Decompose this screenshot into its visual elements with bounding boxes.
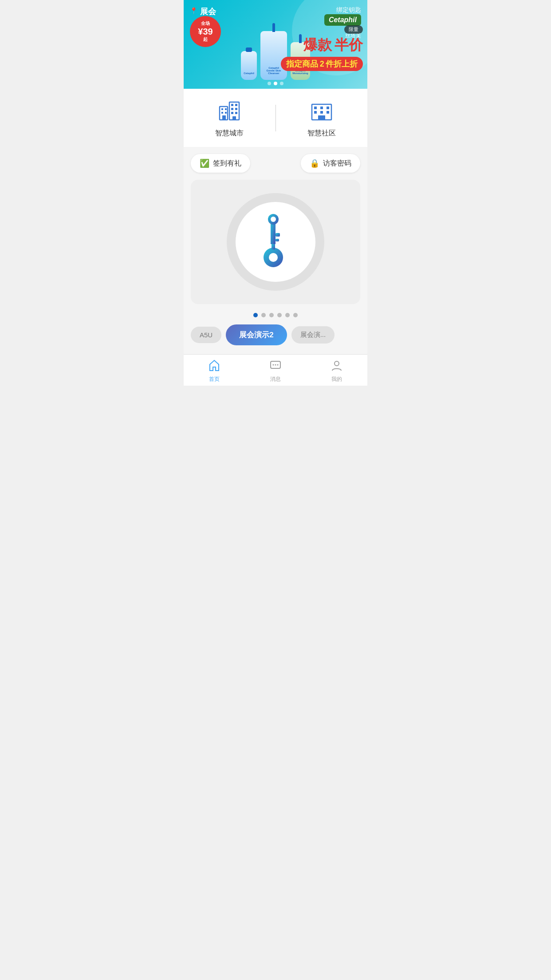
brand-logo: Cetaphil (324, 14, 361, 26)
smart-community-label: 智慧社区 (307, 129, 336, 138)
svg-point-33 (277, 364, 279, 366)
checkin-button[interactable]: ✅ 签到有礼 (191, 154, 250, 173)
dot-1 (268, 82, 271, 85)
bottle-small: Cetaphil (241, 51, 257, 80)
svg-rect-17 (327, 107, 329, 109)
tab-row: A5U 展会演示2 展会演... (191, 324, 360, 347)
svg-point-32 (275, 364, 276, 366)
promo-limited: 限量 (344, 25, 363, 34)
svg-rect-12 (235, 112, 237, 114)
smart-city-icon (216, 98, 243, 124)
tab-exhibition2[interactable]: 展会演示2 (226, 324, 287, 345)
nav-mine[interactable]: 我的 (306, 355, 367, 386)
svg-rect-5 (222, 115, 226, 120)
banner-dots (268, 82, 283, 85)
tab-a5u[interactable]: A5U (191, 327, 221, 343)
category-smart-community[interactable]: 智慧社区 (276, 98, 368, 138)
svg-rect-1 (221, 108, 223, 110)
bottom-nav: 首页 消息 我的 (184, 354, 367, 386)
smart-community-icon (308, 98, 335, 124)
svg-rect-4 (225, 112, 227, 114)
smart-city-label: 智慧城市 (215, 129, 244, 138)
bind-key-label[interactable]: 绑定钥匙 (336, 6, 361, 14)
mine-label: 我的 (331, 375, 342, 383)
carousel-dot-6 (293, 313, 298, 317)
dot-3 (280, 82, 283, 85)
svg-rect-16 (320, 107, 323, 109)
checkin-label: 签到有礼 (213, 159, 241, 168)
key-card[interactable] (191, 180, 360, 304)
home-icon (208, 359, 220, 375)
promo-sub: 指定商品 2 件折上折 (281, 57, 363, 71)
key-icon (256, 213, 295, 271)
carousel-dot-3 (269, 313, 274, 317)
checkin-icon: ✅ (200, 158, 209, 168)
key-circle-outer (227, 193, 324, 291)
svg-point-34 (335, 361, 339, 366)
promo-half-text: 半价 (335, 37, 363, 53)
promo-sub-num: 2 (320, 59, 324, 68)
action-row: ✅ 签到有礼 🔒 访客密码 (191, 154, 360, 173)
svg-rect-29 (272, 244, 275, 249)
promo-sub-suffix: 件折上折 (326, 59, 358, 68)
category-section: 智慧城市 智慧社区 (184, 89, 367, 147)
promo-title-text: 爆款 (303, 37, 332, 53)
tab-exhibition3[interactable]: 展会演... (291, 326, 335, 344)
category-smart-city[interactable]: 智慧城市 (184, 98, 276, 138)
exhibition-label: 展会 (200, 6, 216, 17)
svg-point-31 (273, 364, 274, 366)
svg-rect-20 (327, 111, 329, 114)
home-label: 首页 (209, 375, 220, 383)
svg-rect-21 (318, 115, 325, 120)
banner-promo: 限量 爆款 半价 指定商品 2 件折上折 (281, 25, 363, 71)
promo-title: 爆款 半价 (281, 36, 363, 55)
carousel-dot-5 (285, 313, 290, 317)
svg-rect-9 (231, 108, 233, 110)
banner: 📍 展会 全场 ¥39 起 绑定钥匙 Cetaphil 丝塔芙 Cetaphil… (184, 0, 367, 89)
location-icon: 📍 (190, 7, 197, 14)
carousel-dot-1 (253, 313, 258, 317)
svg-point-28 (269, 253, 278, 262)
svg-rect-13 (232, 116, 236, 120)
svg-rect-10 (235, 108, 237, 110)
carousel-dot-4 (277, 313, 282, 317)
visitor-code-label: 访客密码 (323, 159, 351, 168)
carousel-dots (191, 313, 360, 317)
svg-point-24 (271, 217, 276, 222)
svg-rect-25 (276, 233, 280, 237)
mine-icon (331, 359, 343, 375)
banner-top-left: 📍 展会 (190, 6, 216, 17)
main-content: ✅ 签到有礼 🔒 访客密码 (184, 147, 367, 354)
dot-2 (274, 82, 277, 85)
message-icon (269, 359, 282, 375)
nav-message[interactable]: 消息 (245, 355, 306, 386)
svg-rect-3 (221, 112, 223, 114)
svg-rect-19 (320, 111, 323, 114)
nav-home[interactable]: 首页 (184, 355, 245, 386)
visitor-code-icon: 🔒 (310, 158, 319, 168)
svg-rect-7 (231, 104, 233, 106)
svg-rect-8 (235, 104, 237, 106)
svg-rect-26 (276, 239, 279, 241)
message-label: 消息 (270, 375, 281, 383)
carousel-dot-2 (261, 313, 266, 317)
promo-sub-prefix: 指定商品 (286, 59, 318, 68)
svg-rect-11 (231, 112, 233, 114)
svg-rect-18 (314, 111, 317, 114)
key-circle-inner (236, 202, 315, 282)
price-badge-fulltext: 全场 (201, 21, 210, 26)
svg-rect-15 (314, 107, 317, 109)
svg-rect-2 (225, 108, 227, 110)
visitor-code-button[interactable]: 🔒 访客密码 (301, 154, 360, 173)
